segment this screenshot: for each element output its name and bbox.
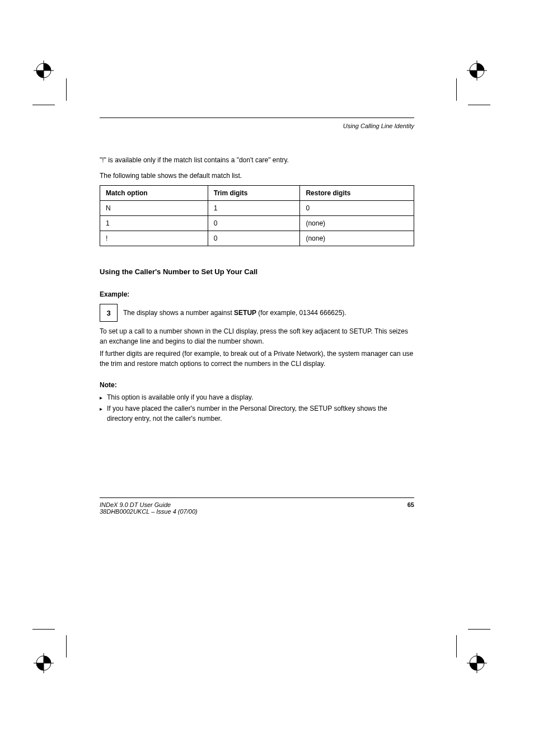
table-cell: 1 xyxy=(100,216,208,231)
table-cell: (none) xyxy=(300,216,414,231)
paragraph: If further digits are required (for exam… xyxy=(100,349,414,369)
page-content: Using Calling Line Identity "!" is avail… xyxy=(100,118,414,515)
table-row: N 1 0 xyxy=(100,201,414,216)
section-heading: Using the Caller's Number to Set Up Your… xyxy=(100,267,414,276)
table-cell: 0 xyxy=(208,216,300,231)
crop-mark xyxy=(66,635,67,658)
example-row: 3 The display shows a number against SET… xyxy=(100,304,414,322)
registration-mark-icon xyxy=(34,60,54,81)
table-row: 1 0 (none) xyxy=(100,216,414,231)
table-header-row: Match option Trim digits Restore digits xyxy=(100,186,414,201)
bullet-icon: ▸ xyxy=(100,405,102,413)
list-item: ▸ If you have placed the caller's number… xyxy=(100,403,414,424)
match-list-table: Match option Trim digits Restore digits … xyxy=(100,185,414,246)
example-text-part: The display shows a number against xyxy=(123,309,234,317)
footer-title: INDeX 9.0 DT User Guide xyxy=(100,501,171,508)
crop-mark xyxy=(456,78,457,101)
page-footer: INDeX 9.0 DT User Guide 65 38DHB0002UKCL… xyxy=(100,501,414,515)
intro-text: "!" is available only if the match list … xyxy=(100,156,414,164)
paragraph: To set up a call to a number shown in th… xyxy=(100,326,414,346)
list-item: ▸ This option is available only if you h… xyxy=(100,392,414,402)
example-text-after: (for example, 01344 666625). xyxy=(258,309,346,317)
crop-mark xyxy=(32,629,55,630)
crop-mark xyxy=(456,635,457,658)
table-cell: 1 xyxy=(208,201,300,216)
key-icon: 3 xyxy=(100,304,118,322)
footer-subtitle: 38DHB0002UKCL – Issue 4 (07/00) xyxy=(100,508,198,515)
note-list: ▸ This option is available only if you h… xyxy=(100,392,414,424)
table-header: Restore digits xyxy=(300,186,414,201)
note-heading: Note: xyxy=(100,381,414,389)
table-cell: ! xyxy=(100,231,208,246)
crop-mark xyxy=(66,78,67,101)
table-header: Trim digits xyxy=(208,186,300,201)
table-cell: 0 xyxy=(208,231,300,246)
table-caption: The following table shows the default ma… xyxy=(100,172,414,180)
list-text: This option is available only if you hav… xyxy=(107,392,253,402)
crop-mark xyxy=(468,105,490,105)
registration-mark-icon xyxy=(34,653,54,673)
list-text: If you have placed the caller's number i… xyxy=(107,403,414,424)
example-bold: SETUP xyxy=(234,309,258,317)
registration-mark-icon xyxy=(467,60,487,81)
crop-mark xyxy=(468,629,490,630)
table-cell: N xyxy=(100,201,208,216)
bullet-icon: ▸ xyxy=(100,393,102,402)
example-text: The display shows a number against SETUP… xyxy=(123,304,346,318)
example-label: Example: xyxy=(100,290,414,298)
table-cell: (none) xyxy=(300,231,414,246)
table-row: ! 0 (none) xyxy=(100,231,414,246)
page-header: Using Calling Line Identity xyxy=(100,123,414,129)
table-header: Match option xyxy=(100,186,208,201)
crop-mark xyxy=(32,105,55,105)
body-text: To set up a call to a number shown in th… xyxy=(100,326,414,369)
page-number: 65 xyxy=(407,501,414,508)
table-cell: 0 xyxy=(300,201,414,216)
registration-mark-icon xyxy=(467,653,487,673)
